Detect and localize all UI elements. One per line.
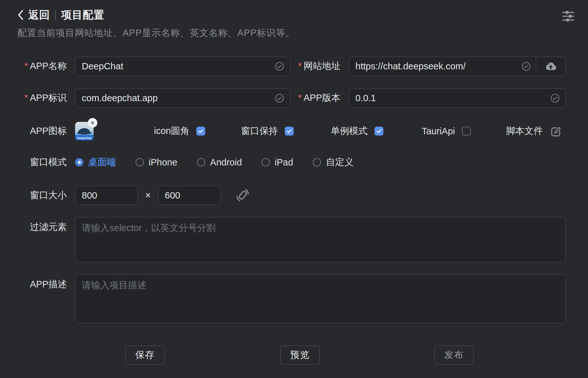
website-field — [349, 57, 566, 76]
required-marker: * — [298, 61, 302, 71]
toggle-icon-radius: icon圆角 — [154, 125, 205, 137]
description-label: APP描述 — [22, 278, 67, 291]
radio-ipad[interactable]: iPad — [262, 157, 293, 168]
row-filter: 过滤元素 — [22, 217, 566, 262]
preview-button[interactable]: 预览 — [280, 346, 320, 365]
script-file-group: 脚本文件 — [506, 125, 561, 137]
script-file-label: 脚本文件 — [506, 125, 543, 137]
valid-check-icon — [275, 94, 284, 103]
page-title: 项目配置 — [61, 8, 104, 22]
toggle-tauri-api: TauriApi — [422, 126, 471, 136]
remove-icon-button[interactable]: ✕ — [88, 118, 97, 128]
header-divider — [55, 10, 56, 20]
size-separator: × — [145, 190, 151, 201]
toggle-label: icon圆角 — [154, 125, 189, 137]
app-id-field — [75, 88, 290, 108]
checkbox-single-instance[interactable] — [374, 127, 383, 136]
app-version-label: *APP版本 — [290, 92, 349, 104]
row-icon-toggles: APP图标 DeepChat — [22, 120, 566, 142]
radio-iphone[interactable]: iPhone — [136, 157, 177, 168]
window-size-label: 窗口大小 — [22, 189, 67, 202]
settings-sliders-icon[interactable] — [561, 10, 575, 24]
window-height-field — [158, 186, 221, 205]
radio-icon — [136, 158, 144, 166]
app-icon-caption: DeepChat — [77, 136, 92, 140]
description-textarea[interactable] — [82, 279, 559, 318]
radio-desktop[interactable]: 桌面端 — [75, 156, 116, 169]
filter-field — [75, 217, 566, 262]
checkbox-icon-radius[interactable] — [196, 127, 205, 136]
cloud-upload-icon — [544, 61, 557, 71]
back-button[interactable]: 返回 — [18, 8, 50, 22]
window-width-field — [75, 186, 138, 205]
row-id-version: *APP标识 *APP版本 — [22, 88, 566, 108]
rotate-orientation-icon[interactable] — [235, 188, 250, 203]
toggle-single-instance: 单例模式 — [331, 125, 383, 137]
chevron-left-icon — [18, 10, 24, 20]
row-window-size: 窗口大小 × — [22, 186, 566, 205]
save-button[interactable]: 保存 — [125, 346, 165, 365]
required-marker: * — [298, 93, 302, 103]
toggle-label: 单例模式 — [331, 125, 368, 137]
valid-check-icon — [550, 94, 560, 103]
radio-icon — [262, 158, 270, 166]
description-field — [75, 274, 566, 323]
radio-custom[interactable]: 自定义 — [313, 156, 354, 169]
required-marker: * — [24, 61, 28, 71]
footer-actions: 保存 预览 发布 — [22, 346, 566, 365]
toggle-label: TauriApi — [422, 126, 455, 136]
app-version-field — [349, 88, 566, 108]
row-description: APP描述 — [22, 274, 566, 323]
back-label: 返回 — [28, 8, 50, 22]
edit-script-icon[interactable] — [550, 125, 561, 137]
window-height-input[interactable] — [164, 190, 215, 201]
valid-check-icon — [275, 62, 284, 71]
checkbox-tauri-api[interactable] — [462, 127, 471, 136]
radio-icon — [313, 158, 321, 166]
required-marker: * — [24, 93, 28, 103]
filter-label: 过滤元素 — [22, 221, 67, 234]
app-version-input[interactable] — [355, 93, 547, 104]
valid-check-icon — [522, 62, 531, 71]
app-name-label: *APP名称 — [22, 60, 67, 73]
toggle-label: 窗口保持 — [241, 125, 278, 137]
row-window-mode: 窗口模式 桌面端 iPhone Android iPad 自定义 — [22, 155, 566, 170]
project-config-form: *APP名称 *网站地址 *APP标识 — [0, 39, 588, 323]
window-mode-label: 窗口模式 — [22, 156, 67, 169]
page-subtitle: 配置当前项目网站地址、APP显示名称、英文名称、APP标识等。 — [0, 27, 588, 39]
publish-button[interactable]: 发布 — [434, 346, 474, 365]
window-mode-radio-group: 桌面端 iPhone Android iPad 自定义 — [75, 156, 354, 169]
radio-icon — [75, 158, 83, 166]
window-width-input[interactable] — [81, 190, 132, 201]
radio-icon — [197, 158, 205, 166]
row-name-website: *APP名称 *网站地址 — [22, 57, 566, 76]
app-id-label: *APP标识 — [22, 92, 67, 104]
app-name-field — [75, 57, 290, 76]
app-name-input[interactable] — [81, 61, 271, 72]
app-icon-label: APP图标 — [22, 125, 67, 137]
website-label: *网站地址 — [290, 60, 349, 73]
filter-textarea[interactable] — [82, 222, 559, 257]
website-input[interactable] — [355, 61, 518, 72]
upload-icon-button[interactable] — [536, 57, 565, 75]
checkbox-keep-window[interactable] — [285, 127, 294, 136]
app-id-input[interactable] — [81, 93, 271, 104]
app-icon-preview[interactable]: DeepChat ✕ — [75, 122, 94, 140]
radio-android[interactable]: Android — [197, 157, 242, 168]
close-icon: ✕ — [90, 120, 94, 126]
toggle-keep-window: 窗口保持 — [241, 125, 294, 137]
page-header: 返回 项目配置 — [0, 0, 588, 22]
